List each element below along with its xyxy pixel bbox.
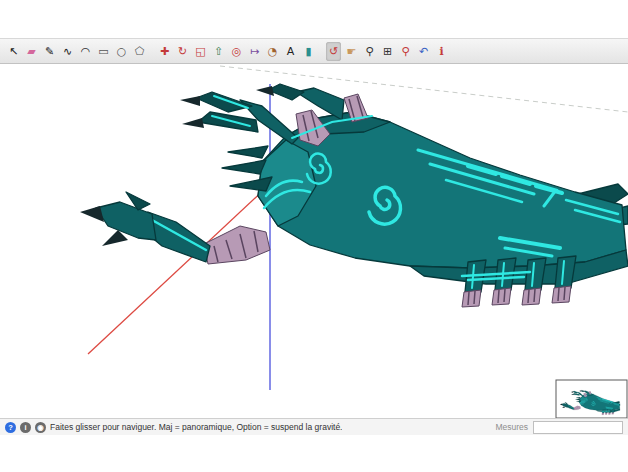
tool-previous-view-button[interactable]: ↶ [416, 42, 431, 61]
arc-icon: ◠ [81, 46, 91, 57]
rotate-icon: ↻ [178, 46, 187, 57]
attribution-icon[interactable]: i [20, 422, 31, 433]
tool-select-button[interactable]: ↖ [6, 42, 21, 61]
model-info-icon: ℹ [439, 46, 443, 57]
tool-model-info-button[interactable]: ℹ [434, 42, 449, 61]
text-icon: A [287, 46, 295, 57]
app-window: ↖ ▰ ✎ ∿ ◠ ▭ ○ ⬠ ✚ ↻ ◱ ⇧ ◎ ↦ ◔ A ▮ ↺ ☛ ⚲ … [0, 38, 628, 435]
circle-icon: ○ [117, 46, 127, 57]
status-hint-text: Faites glisser pour naviguer. Maj = pano… [50, 422, 342, 432]
eraser-icon: ▰ [27, 46, 35, 57]
tool-scale-button[interactable]: ◱ [193, 42, 208, 61]
tool-rectangle-button[interactable]: ▭ [96, 42, 111, 61]
tool-zoom-window-button[interactable]: ⊞ [380, 42, 395, 61]
tool-paint-bucket-button[interactable]: ▮ [301, 42, 316, 61]
orbit-icon: ↺ [329, 46, 338, 57]
scale-icon: ◱ [195, 46, 205, 57]
measurements-label: Mesures [495, 422, 528, 432]
viewport-canvas[interactable] [0, 64, 628, 418]
paint-bucket-icon: ▮ [305, 46, 311, 57]
tool-arc-button[interactable]: ◠ [78, 42, 93, 61]
preview-window [556, 380, 627, 418]
freehand-icon: ∿ [63, 46, 72, 57]
previous-view-icon: ↶ [419, 46, 428, 57]
modeling-viewport [0, 64, 628, 418]
tool-move-button[interactable]: ✚ [157, 42, 172, 61]
tool-pan-button[interactable]: ☛ [344, 42, 359, 61]
tool-circle-button[interactable]: ○ [114, 42, 129, 61]
tool-offset-button[interactable]: ◎ [229, 42, 244, 61]
zoom-icon: ⚲ [365, 46, 373, 57]
geolocation-icon[interactable]: ◉ [35, 422, 46, 433]
tape-measure-icon: ↦ [250, 46, 259, 57]
push-pull-icon: ⇧ [214, 46, 223, 57]
rectangle-icon: ▭ [98, 46, 108, 57]
tool-text-button[interactable]: A [283, 42, 298, 61]
tool-orbit-button[interactable]: ↺ [326, 42, 341, 61]
select-icon: ↖ [9, 46, 18, 57]
measurements-input[interactable] [533, 421, 623, 434]
tool-protractor-button[interactable]: ◔ [265, 42, 280, 61]
tool-rotate-button[interactable]: ↻ [175, 42, 190, 61]
tool-push-pull-button[interactable]: ⇧ [211, 42, 226, 61]
tool-polygon-button[interactable]: ⬠ [132, 42, 147, 61]
protractor-icon: ◔ [268, 46, 278, 57]
polygon-icon: ⬠ [135, 46, 145, 57]
divine-beast-model[interactable] [80, 84, 628, 307]
tool-zoom-extents-button[interactable]: ⚲ [398, 42, 413, 61]
move-icon: ✚ [160, 46, 169, 57]
zoom-extents-icon: ⚲ [401, 46, 409, 57]
help-icon[interactable]: ? [5, 422, 16, 433]
tool-line-button[interactable]: ✎ [42, 42, 57, 61]
tool-freehand-button[interactable]: ∿ [60, 42, 75, 61]
tool-eraser-button[interactable]: ▰ [24, 42, 39, 61]
pan-hand-icon: ☛ [347, 46, 357, 57]
tool-tape-measure-button[interactable]: ↦ [247, 42, 262, 61]
pencil-icon: ✎ [45, 46, 54, 57]
tool-zoom-button[interactable]: ⚲ [362, 42, 377, 61]
main-toolbar: ↖ ▰ ✎ ∿ ◠ ▭ ○ ⬠ ✚ ↻ ◱ ⇧ ◎ ↦ ◔ A ▮ ↺ ☛ ⚲ … [0, 38, 628, 64]
measurements-box: Mesures [495, 421, 623, 434]
status-bar: ? i ◉ Faites glisser pour naviguer. Maj … [0, 418, 628, 435]
zoom-window-icon: ⊞ [383, 46, 392, 57]
offset-icon: ◎ [232, 46, 242, 57]
